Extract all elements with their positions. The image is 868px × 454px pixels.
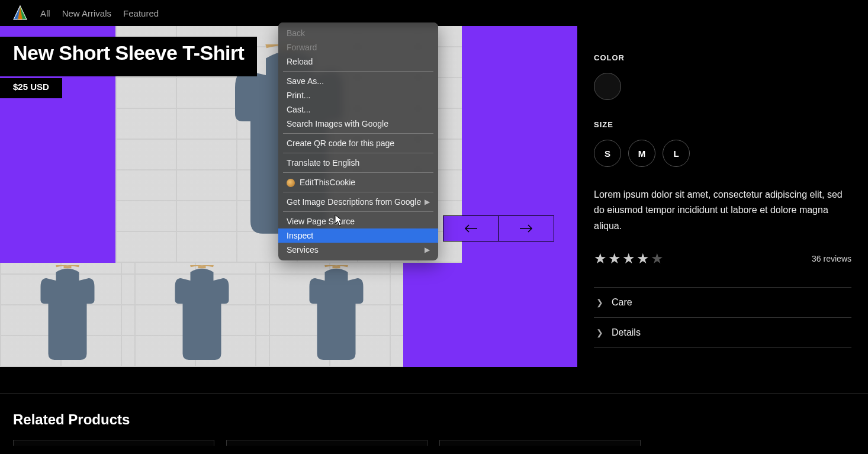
nav-link-featured[interactable]: Featured (123, 8, 159, 18)
context-menu-item[interactable]: Search Images with Google (278, 117, 438, 131)
product-thumbnails (0, 263, 403, 367)
arrow-left-icon (464, 224, 477, 233)
chevron-right-icon: ❯ (596, 298, 603, 307)
product-title-box: New Short Sleeve T-Shirt (0, 37, 257, 76)
star-icon: ★ (636, 250, 650, 267)
star-icon: ★ (622, 250, 635, 267)
product-price: $25 USD (13, 82, 49, 92)
star-icon: ★ (651, 250, 664, 267)
color-swatch-black[interactable] (594, 73, 621, 100)
product-thumb[interactable] (0, 263, 134, 367)
star-icon: ★ (608, 250, 621, 267)
svg-rect-5 (63, 266, 71, 268)
context-menu-separator (283, 153, 433, 153)
site-logo-icon (12, 5, 28, 21)
context-menu-item[interactable]: Print... (278, 88, 438, 102)
gallery-next-button[interactable] (499, 215, 554, 242)
tshirt-icon (298, 265, 375, 365)
context-menu-separator (283, 192, 433, 192)
context-menu-separator (283, 172, 433, 173)
tshirt-icon (29, 265, 106, 365)
rating-stars: ★ ★ ★ ★ ★ (594, 250, 664, 267)
product-title: New Short Sleeve T-Shirt (13, 41, 244, 65)
review-count[interactable]: 36 reviews (812, 254, 851, 263)
related-products-heading: Related Products (13, 411, 855, 428)
size-option-m[interactable]: M (628, 140, 655, 167)
context-menu-item[interactable]: View Page Source (278, 214, 438, 228)
context-menu-item[interactable]: Save As... (278, 74, 438, 88)
context-menu-item[interactable]: Reload (278, 54, 438, 69)
size-option-l[interactable]: L (663, 140, 690, 167)
browser-context-menu: BackForwardReloadSave As...Print...Cast.… (278, 22, 438, 260)
related-product-card[interactable] (439, 440, 641, 446)
context-menu-item[interactable]: Get Image Descriptions from Google▶ (278, 195, 438, 209)
context-menu-item: Back (278, 26, 438, 40)
nav-link-new-arrivals[interactable]: New Arrivals (62, 8, 111, 18)
context-menu-item[interactable]: Translate to English (278, 156, 438, 170)
size-label: SIZE (594, 120, 851, 129)
svg-rect-6 (198, 266, 205, 268)
context-menu-item[interactable]: Cast... (278, 102, 438, 117)
submenu-indicator-icon: ▶ (425, 198, 430, 206)
context-menu-item[interactable]: Services▶ (278, 243, 438, 257)
color-label: COLOR (594, 53, 851, 62)
product-thumb[interactable] (269, 263, 403, 367)
related-products-section: Related Products (0, 393, 868, 446)
submenu-indicator-icon: ▶ (425, 246, 430, 254)
star-icon: ★ (594, 250, 607, 267)
context-menu-item: Forward (278, 40, 438, 54)
context-menu-separator (283, 133, 433, 134)
tshirt-icon (163, 265, 240, 365)
accordion-care[interactable]: ❯ Care (594, 288, 851, 318)
product-thumb[interactable] (134, 263, 269, 367)
context-menu-item[interactable]: Create QR code for this page (278, 136, 438, 150)
context-menu-item[interactable]: EditThisCookie (278, 175, 438, 189)
context-menu-item[interactable]: Inspect (278, 228, 438, 243)
chevron-right-icon: ❯ (596, 328, 603, 337)
accordion-label: Care (612, 297, 632, 308)
related-product-card[interactable] (226, 440, 427, 446)
size-option-s[interactable]: S (594, 140, 621, 167)
nav-link-all[interactable]: All (40, 8, 50, 18)
context-menu-separator (283, 71, 433, 72)
svg-rect-7 (332, 266, 340, 268)
product-price-box: $25 USD (0, 78, 62, 98)
product-description: Lorem ipsum dolor sit amet, consectetur … (594, 187, 851, 234)
accordion-label: Details (612, 327, 641, 338)
related-product-card[interactable] (13, 440, 214, 446)
cookie-icon (287, 179, 295, 187)
accordion-details[interactable]: ❯ Details (594, 318, 851, 348)
arrow-right-icon (520, 224, 533, 233)
gallery-prev-button[interactable] (443, 215, 499, 242)
context-menu-separator (283, 211, 433, 212)
product-details-panel: COLOR SIZE S M L Lorem ipsum dolor sit a… (577, 26, 868, 367)
